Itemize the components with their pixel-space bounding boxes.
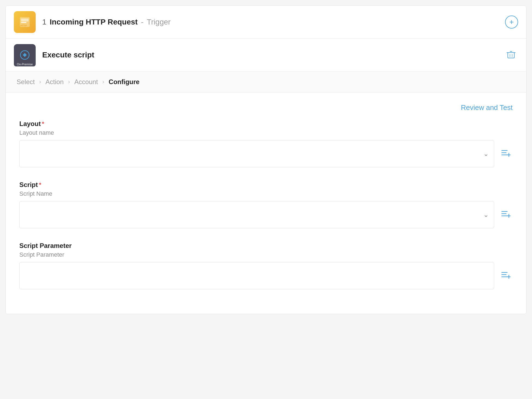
trigger-step-number: 1 bbox=[42, 18, 47, 26]
script-parameter-input[interactable] bbox=[19, 262, 494, 289]
script-parameter-field-group: Script Parameter Script Parameter bbox=[19, 242, 513, 289]
trigger-name: Incoming HTTP Request bbox=[50, 18, 138, 26]
script-dropdown-wrapper: ⌄ bbox=[19, 201, 494, 228]
on-premise-badge: On-Premise bbox=[14, 62, 36, 66]
chevron-1: › bbox=[39, 78, 41, 85]
breadcrumb-account[interactable]: Account bbox=[74, 78, 98, 86]
script-parameter-label: Script Parameter bbox=[19, 242, 513, 250]
configure-panel: Review and Test Layout * Layout name ⌄ bbox=[6, 93, 526, 314]
breadcrumb-select[interactable]: Select bbox=[17, 78, 35, 86]
script-parameter-label-text: Script Parameter bbox=[19, 242, 72, 250]
breadcrumb-action[interactable]: Action bbox=[45, 78, 64, 86]
execute-script-row: On-Premise Execute script bbox=[6, 39, 526, 72]
review-test-button[interactable]: Review and Test bbox=[461, 103, 513, 112]
script-label-text: Script bbox=[19, 181, 38, 189]
script-parameter-dropdown-wrapper bbox=[19, 262, 494, 289]
trigger-info: 1 Incoming HTTP Request - Trigger bbox=[42, 18, 505, 26]
trigger-separator: - bbox=[141, 18, 143, 26]
layout-dropdown-wrapper: ⌄ bbox=[19, 140, 494, 167]
svg-rect-1 bbox=[21, 19, 29, 20]
layout-required-star: * bbox=[42, 120, 44, 127]
svg-point-6 bbox=[24, 54, 26, 56]
svg-rect-7 bbox=[508, 53, 514, 58]
svg-rect-2 bbox=[21, 20, 29, 21]
layout-field-group: Layout * Layout name ⌄ bbox=[19, 120, 513, 167]
chevron-3: › bbox=[102, 78, 104, 85]
layout-label-text: Layout bbox=[19, 120, 41, 128]
layout-sublabel: Layout name bbox=[19, 129, 513, 136]
execute-script-title: Execute script bbox=[42, 51, 504, 59]
script-field-group: Script * Script Name ⌄ bbox=[19, 181, 513, 228]
trigger-icon: HTTP bbox=[14, 11, 36, 33]
trigger-row: HTTP 1 Incoming HTTP Request - Trigger + bbox=[6, 6, 526, 39]
script-add-list-button[interactable] bbox=[499, 207, 513, 221]
execute-icon-wrapper: On-Premise bbox=[14, 44, 36, 66]
breadcrumb-nav: Select › Action › Account › Configure bbox=[6, 72, 526, 93]
breadcrumb-configure[interactable]: Configure bbox=[109, 78, 139, 86]
add-step-button[interactable]: + bbox=[505, 16, 518, 29]
script-field-row: ⌄ bbox=[19, 201, 513, 228]
plus-icon: + bbox=[509, 18, 514, 26]
layout-label: Layout * bbox=[19, 120, 513, 128]
script-dropdown[interactable] bbox=[19, 201, 494, 228]
svg-text:HTTP: HTTP bbox=[20, 24, 27, 27]
main-container: HTTP 1 Incoming HTTP Request - Trigger +… bbox=[5, 5, 527, 314]
script-required-star: * bbox=[39, 181, 41, 188]
layout-add-list-button[interactable] bbox=[499, 146, 513, 160]
layout-field-row: ⌄ bbox=[19, 140, 513, 167]
script-parameter-add-list-button[interactable] bbox=[499, 268, 513, 282]
script-label: Script * bbox=[19, 181, 513, 189]
script-sublabel: Script Name bbox=[19, 190, 513, 197]
review-test-area: Review and Test bbox=[19, 103, 513, 112]
trigger-type: Trigger bbox=[147, 18, 171, 26]
script-parameter-field-row bbox=[19, 262, 513, 289]
svg-rect-3 bbox=[21, 22, 26, 23]
script-parameter-sublabel: Script Parameter bbox=[19, 251, 513, 258]
chevron-2: › bbox=[68, 78, 70, 85]
delete-button[interactable] bbox=[504, 48, 518, 63]
layout-dropdown[interactable] bbox=[19, 140, 494, 167]
